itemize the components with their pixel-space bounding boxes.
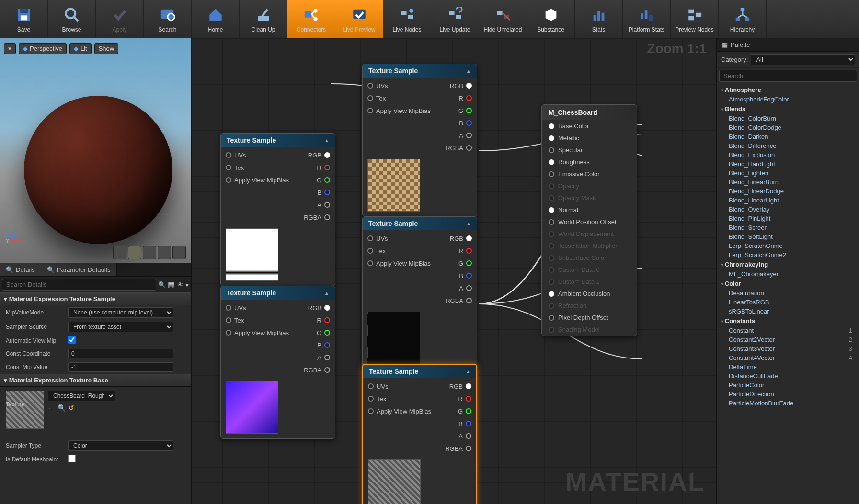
material-pin-specular[interactable]: Specular [542,144,637,156]
output-pin[interactable] [466,421,471,426]
material-pin-normal[interactable]: Normal [542,204,637,216]
input-pin[interactable] [368,396,374,402]
save-button[interactable]: Save [0,0,48,38]
palette-item[interactable]: Blend_Difference [717,141,859,150]
output-pin[interactable] [466,133,472,138]
previewnodes-button[interactable]: Preview Nodes [671,0,719,38]
palette-item[interactable]: ParticleMotionBlurFade [717,399,859,408]
browse-button[interactable]: Browse [48,0,96,38]
isdefault-checkbox[interactable] [68,455,76,462]
preview-viewport[interactable]: ▾ ◆Perspective ◆Lit Show ▲ Z Y ━━ X [0,38,191,263]
output-pin[interactable] [466,446,471,451]
output-pin[interactable] [324,317,330,323]
palette-item[interactable]: Desaturation [717,289,859,298]
output-pin[interactable] [466,95,472,101]
output-pin[interactable] [324,342,330,348]
apply-button[interactable]: Apply [96,0,144,38]
input-pin[interactable] [226,330,231,336]
palette-item[interactable]: Blend_SoftLight [717,232,859,241]
home-button[interactable]: Home [192,0,240,38]
mipvaluemode-select[interactable]: None (use computed mip level) [68,307,173,318]
input-pin[interactable] [367,108,373,113]
material-graph[interactable]: Zoom 1:1 MATERIAL Texture Sample▲ UVsRGB… [192,38,716,504]
input-pin[interactable] [367,235,373,241]
input-pin[interactable] [368,408,374,414]
palette-item[interactable]: Blend_ColorBurn [717,114,859,123]
palette-item[interactable]: Blend_Darken [717,132,859,141]
output-pin[interactable] [324,152,330,158]
input-pin[interactable] [367,83,373,89]
output-pin[interactable] [324,214,330,220]
output-pin[interactable] [466,120,472,126]
material-input-pin[interactable] [549,315,554,321]
palette-item[interactable]: MF_Chromakeyer [717,269,859,279]
eye-icon[interactable]: 👁 ▾ [177,281,189,289]
output-pin[interactable] [466,235,472,241]
palette-item[interactable]: Blend_LinearDodge [717,187,859,196]
grid-icon[interactable]: ▦ [168,280,175,289]
samplersource-select[interactable]: From texture asset [68,322,173,332]
material-pin-emissive-color[interactable]: Emissive Color [542,168,637,180]
palette-tab[interactable]: ▦Palette [717,38,859,52]
output-pin[interactable] [324,165,330,170]
palette-item[interactable]: Blend_ColorDodge [717,123,859,132]
texture-sample-node-3[interactable]: Texture Sample▲ UVsRGBTexRApply View Mip… [362,216,477,370]
input-pin[interactable] [226,177,231,183]
material-pin-base-color[interactable]: Base Color [542,120,637,132]
output-pin[interactable] [324,177,330,183]
samplertype-select[interactable]: Color [68,440,173,451]
palette-item[interactable]: Blend_LinearLight [717,196,859,205]
palette-item[interactable]: Blend_HardLight [717,159,859,168]
material-input-pin[interactable] [549,123,554,129]
material-input-pin[interactable] [549,159,554,165]
material-input-pin[interactable] [549,135,554,141]
show-button[interactable]: Show [94,43,119,54]
output-pin[interactable] [466,273,472,279]
output-pin[interactable] [466,433,471,439]
details-search-input[interactable] [2,279,156,291]
reset-icon[interactable]: ↺ [69,404,74,412]
livepreview-button[interactable]: Live Preview [335,0,383,38]
texture-thumbnail[interactable] [6,391,44,429]
palette-group-color[interactable]: Color [717,279,859,289]
palette-item[interactable]: LinearTosRGB [717,298,859,307]
texture-sample-node-1[interactable]: Texture Sample▲ UVsRGBTexRApply View Mip… [220,133,335,286]
palette-item[interactable]: Constant2Vector2 [717,335,859,344]
input-pin[interactable] [368,383,374,389]
palette-item[interactable]: DistanceCullFade [717,371,859,381]
output-pin[interactable] [466,408,471,414]
palette-item[interactable]: Constant3Vector3 [717,344,859,353]
material-pin-metallic[interactable]: Metallic [542,132,637,144]
autoviewmip-checkbox[interactable] [68,336,76,344]
output-pin[interactable] [466,260,472,266]
output-pin[interactable] [466,108,472,113]
texture-sample-node-4[interactable]: Texture Sample▲ UVsRGBTexRApply View Mip… [220,286,335,439]
palette-item[interactable]: Blend_PinLight [717,214,859,223]
viewport-menu-button[interactable]: ▾ [4,43,16,54]
palette-group-chromakeying[interactable]: Chromakeying [717,259,859,269]
material-input-pin[interactable] [549,207,554,213]
hideunrelated-button[interactable]: Hide Unrelated [479,0,527,38]
output-pin[interactable] [466,383,471,389]
palette-item[interactable]: DeltaTime [717,362,859,371]
palette-tree[interactable]: AtmosphereAtmosphericFogColorBlendsBlend… [717,84,859,504]
search-button[interactable]: Search [144,0,192,38]
input-pin[interactable] [367,260,373,266]
output-pin[interactable] [324,355,330,360]
output-pin[interactable] [324,330,330,336]
palette-item[interactable]: Constant1 [717,326,859,335]
palette-item[interactable]: Blend_Screen [717,223,859,232]
palette-item[interactable]: Blend_Overlay [717,205,859,214]
hierarchy-button[interactable]: Hierarchy [719,0,767,38]
category-select[interactable]: All [751,54,855,65]
output-pin[interactable] [466,83,472,89]
output-pin[interactable] [466,298,472,303]
stats-button[interactable]: Stats [575,0,623,38]
output-pin[interactable] [466,396,471,402]
liveupdate-button[interactable]: Live Update [431,0,479,38]
viewport-shape-buttons[interactable] [113,246,186,259]
material-pin-roughness[interactable]: Roughness [542,156,637,168]
input-pin[interactable] [367,248,373,254]
palette-item[interactable]: Lerp_ScratchGrime2 [717,250,859,259]
output-pin[interactable] [466,145,472,151]
